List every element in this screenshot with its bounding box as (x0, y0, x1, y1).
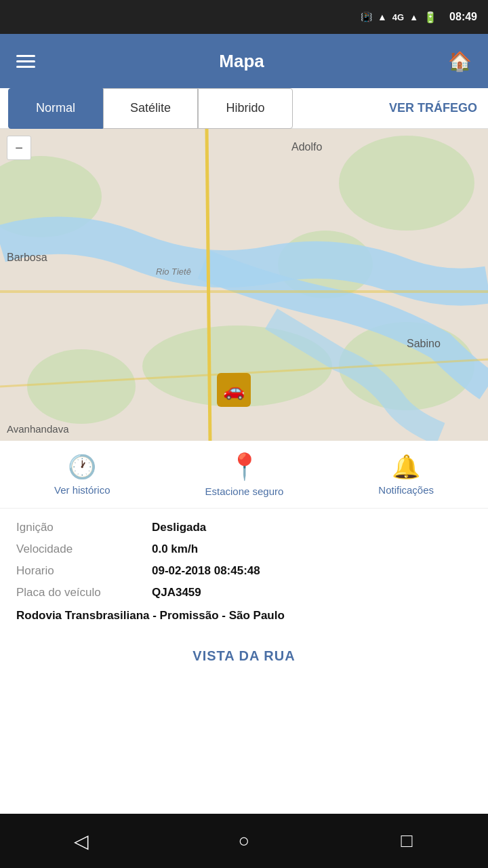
notifications-label: Notificações (378, 484, 434, 496)
history-icon: 🕐 (68, 453, 96, 480)
time-label: Horario (16, 564, 152, 578)
svg-text:Sabino: Sabino (407, 338, 441, 349)
home-nav-button[interactable]: ○ (224, 821, 264, 861)
tab-hibrido[interactable]: Hibrido (198, 88, 293, 129)
ignition-value: Desligada (152, 521, 206, 534)
vibrate-icon: 📳 (361, 12, 372, 22)
signal-icon: ▲ (409, 12, 418, 22)
plate-value: QJA3459 (152, 586, 201, 599)
menu-button[interactable] (16, 55, 35, 68)
park-label: Estacione seguro (205, 486, 283, 497)
bottom-nav: ◁ ○ □ (0, 814, 488, 868)
time-row: Horario 09-02-2018 08:45:48 (16, 564, 472, 578)
location-icon: 📍 (228, 452, 260, 481)
app-header: Mapa 🏠 (0, 34, 488, 88)
ignition-row: Ignição Desligada (16, 521, 472, 534)
ignition-label: Ignição (16, 521, 152, 534)
street-view-button[interactable]: VISTA DA RUA (16, 636, 472, 676)
time-value: 09-02-2018 08:45:48 (152, 564, 260, 578)
svg-text:Adolfo: Adolfo (291, 141, 322, 153)
svg-point-4 (27, 349, 136, 424)
traffic-button[interactable]: VER TRÁFEGO (293, 101, 488, 115)
svg-text:Avanhandava: Avanhandava (7, 423, 69, 435)
svg-text:Rio Tietê: Rio Tietê (156, 267, 191, 277)
vehicle-marker[interactable]: 🚗 (217, 373, 251, 407)
tab-satelite[interactable]: Satélite (103, 88, 198, 129)
notifications-button[interactable]: 🔔 Notificações (378, 453, 434, 496)
status-icons: 📳 ▲ 4G ▲ 🔋 (361, 11, 437, 24)
bell-icon: 🔔 (392, 453, 420, 480)
speed-row: Velocidade 0.0 km/h (16, 542, 472, 556)
history-label: Ver histórico (54, 484, 110, 496)
recent-button[interactable]: □ (386, 821, 427, 861)
home-button[interactable]: 🏠 (448, 50, 472, 73)
back-button[interactable]: ◁ (61, 821, 102, 861)
4g-label: 4G (392, 12, 404, 22)
page-title: Mapa (219, 51, 264, 72)
address-row: Rodovia Transbrasiliana - Promissão - Sã… (16, 608, 472, 624)
speed-value: 0.0 km/h (152, 542, 198, 556)
map-area[interactable]: Adolfo Barbosa Rio Tietê Sabino Avanhand… (0, 129, 488, 441)
svg-text:Barbosa: Barbosa (7, 252, 47, 263)
history-button[interactable]: 🕐 Ver histórico (54, 453, 110, 496)
zoom-control[interactable]: − (7, 136, 31, 160)
plate-row: Placa do veículo QJA3459 (16, 586, 472, 599)
status-time: 08:49 (449, 11, 477, 23)
vehicle-info: Ignição Desligada Velocidade 0.0 km/h Ho… (0, 509, 488, 683)
plate-label: Placa do veículo (16, 586, 152, 599)
tab-normal[interactable]: Normal (8, 88, 103, 129)
battery-icon: 🔋 (424, 11, 437, 24)
status-bar: 📳 ▲ 4G ▲ 🔋 08:49 (0, 0, 488, 34)
wifi-icon: ▲ (378, 12, 387, 22)
map-type-tabs: Normal Satélite Hibrido VER TRÁFEGO (0, 88, 488, 129)
svg-point-2 (339, 136, 474, 231)
speed-label: Velocidade (16, 542, 152, 556)
bottom-actions: 🕐 Ver histórico 📍 Estacione seguro 🔔 Not… (0, 441, 488, 509)
park-button[interactable]: 📍 Estacione seguro (205, 452, 283, 497)
